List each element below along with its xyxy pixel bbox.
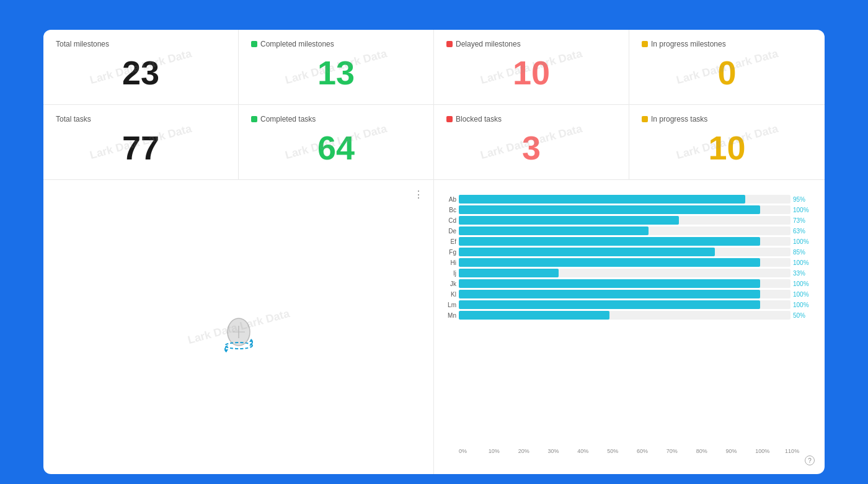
bar-row: Cd73% <box>444 216 815 225</box>
bar-fill <box>459 248 715 256</box>
bar-label: Bc <box>444 207 456 213</box>
bar-percentage: 100% <box>793 302 815 308</box>
stats-grid: Total milestones23Lark Data Lark DataCom… <box>43 30 825 180</box>
bar-label: Lm <box>444 302 456 308</box>
stat-value-0-2: 10 <box>446 53 616 92</box>
panel-menu-icon[interactable]: ⋮ <box>414 189 423 200</box>
stat-label-1-1: Completed tasks <box>251 115 421 123</box>
team-progress-panel: Ab95%Bc100%Cd73%De63%Ef100%Fg85%Hi100%Ij… <box>434 180 825 474</box>
bar-label: Fg <box>444 249 456 256</box>
bar-fill <box>459 205 760 214</box>
bar-row: Lm100% <box>444 300 815 309</box>
chart-area: Ab95%Bc100%Cd73%De63%Ef100%Fg85%Hi100%Ij… <box>444 195 815 446</box>
stat-label-0-1: Completed milestones <box>251 40 421 48</box>
bar-row: De63% <box>444 226 815 235</box>
bar-row: Fg85% <box>444 248 815 256</box>
stat-card-1-3: In progress tasks10Lark Data Lark Data <box>629 105 825 179</box>
bottom-section: ⋮ Lark Data Lark Data <box>43 180 825 474</box>
bar-track <box>459 248 790 256</box>
bar-track <box>459 226 790 235</box>
bar-percentage: 85% <box>793 249 815 256</box>
no-data-area <box>53 207 423 465</box>
help-icon[interactable]: ? <box>805 455 815 465</box>
bar-label: De <box>444 228 456 235</box>
help-icon-row: ? <box>444 455 815 465</box>
stat-label-1-3: In progress tasks <box>642 115 812 123</box>
bar-label: Ef <box>444 238 456 245</box>
no-data-icon <box>214 308 264 358</box>
bar-track <box>459 195 790 204</box>
bar-row: Ij33% <box>444 269 815 277</box>
stat-value-0-1: 13 <box>251 53 421 92</box>
stat-value-1-0: 77 <box>56 128 226 167</box>
bar-track <box>459 300 790 309</box>
x-tick: 110% <box>785 448 815 454</box>
stat-label-0-0: Total milestones <box>56 40 226 48</box>
stat-value-0-3: 0 <box>642 53 812 92</box>
bar-row: Jk100% <box>444 279 815 288</box>
bar-fill <box>459 258 760 267</box>
status-dot <box>642 116 648 122</box>
bar-row: Kl100% <box>444 290 815 298</box>
bar-track <box>459 290 790 298</box>
bar-label: Jk <box>444 280 456 287</box>
bar-percentage: 73% <box>793 217 815 224</box>
stat-value-1-1: 64 <box>251 128 421 167</box>
stat-label-1-2: Blocked tasks <box>446 115 616 123</box>
bar-percentage: 100% <box>793 291 815 298</box>
dashboard-container: Total milestones23Lark Data Lark DataCom… <box>43 30 825 474</box>
x-tick: 20% <box>518 448 548 454</box>
stat-card-0-2: Delayed milestones10Lark Data Lark Data <box>434 30 629 105</box>
bar-track <box>459 205 790 214</box>
bar-percentage: 100% <box>793 280 815 287</box>
bar-row: Mn50% <box>444 311 815 320</box>
stat-card-1-0: Total tasks77Lark Data Lark Data <box>43 105 239 179</box>
x-tick: 60% <box>637 448 666 454</box>
x-tick: 0% <box>459 448 489 454</box>
status-dot <box>251 41 257 47</box>
x-tick: 100% <box>755 448 785 454</box>
bar-track <box>459 279 790 288</box>
stat-card-0-3: In progress milestones0Lark Data Lark Da… <box>629 30 825 105</box>
bar-fill <box>459 237 760 246</box>
bar-percentage: 100% <box>793 207 815 213</box>
bar-percentage: 95% <box>793 196 815 203</box>
x-tick: 50% <box>607 448 637 454</box>
bar-fill <box>459 216 679 225</box>
bar-fill <box>459 226 649 235</box>
x-tick: 90% <box>725 448 755 454</box>
bar-label: Ab <box>444 196 456 203</box>
bar-track <box>459 237 790 246</box>
bar-label: Hi <box>444 259 456 266</box>
stat-card-0-0: Total milestones23Lark Data Lark Data <box>43 30 239 105</box>
stat-card-0-1: Completed milestones13Lark Data Lark Dat… <box>239 30 434 105</box>
bar-row: Bc100% <box>444 205 815 214</box>
bar-row: Ab95% <box>444 195 815 204</box>
stat-label-0-2: Delayed milestones <box>446 40 616 48</box>
bar-row: Hi100% <box>444 258 815 267</box>
x-tick: 30% <box>547 448 577 454</box>
bar-fill <box>459 279 760 288</box>
bar-fill <box>459 290 760 298</box>
stat-label-1-0: Total tasks <box>56 115 226 123</box>
bar-percentage: 33% <box>793 270 815 277</box>
x-tick: 80% <box>696 448 726 454</box>
stat-label-0-3: In progress milestones <box>642 40 812 48</box>
bar-track <box>459 269 790 277</box>
stat-card-1-1: Completed tasks64Lark Data Lark Data <box>239 105 434 179</box>
bar-percentage: 50% <box>793 312 815 319</box>
bar-track <box>459 258 790 267</box>
x-tick: 70% <box>666 448 696 454</box>
bar-track <box>459 311 790 320</box>
stat-card-1-2: Blocked tasks3Lark Data Lark Data <box>434 105 629 179</box>
status-dot <box>446 41 453 47</box>
bar-row: Ef100% <box>444 237 815 246</box>
stat-value-1-3: 10 <box>642 128 812 167</box>
status-dot <box>642 41 648 47</box>
panel-header: ⋮ <box>53 189 423 200</box>
x-tick: 40% <box>577 448 607 454</box>
tasks-due-panel: ⋮ Lark Data Lark Data <box>43 180 434 474</box>
status-dot <box>251 116 257 122</box>
bar-fill <box>459 300 760 309</box>
stat-value-1-2: 3 <box>446 128 616 167</box>
